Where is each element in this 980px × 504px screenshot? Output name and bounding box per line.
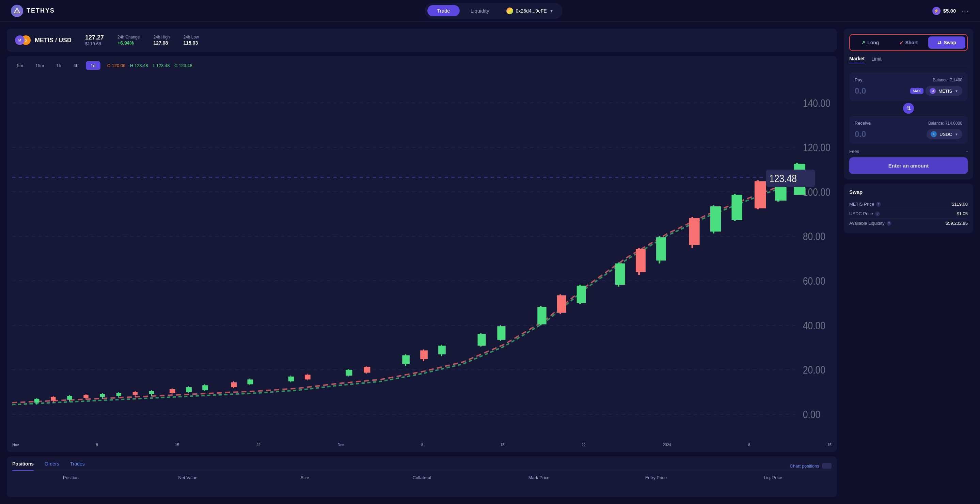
low-value: 115.03 — [183, 40, 199, 46]
svg-text:100.00: 100.00 — [803, 186, 830, 198]
x-label-8a: 8 — [96, 443, 98, 447]
time-btn-1h[interactable]: 1h — [51, 61, 66, 70]
metis-price-label-row: METIS Price ? — [849, 202, 881, 207]
col-liq-price: Liq. Price — [714, 475, 832, 480]
market-pair: M $ METIS / USD — [15, 35, 72, 46]
svg-rect-82 — [754, 181, 766, 208]
svg-rect-46 — [288, 377, 294, 382]
wallet-avatar — [506, 8, 513, 14]
info-row-metis-price: METIS Price ? $119.68 — [849, 200, 968, 209]
nav-center: Trade Liquidity 0x26d4...9eFE ▼ — [425, 3, 563, 19]
market-header: M $ METIS / USD 127.27 $119.68 24h Chang… — [7, 29, 837, 52]
svg-text:123.48: 123.48 — [769, 173, 797, 184]
svg-text:140.00: 140.00 — [803, 97, 830, 109]
pay-header: Pay Balance: 7.1400 — [855, 77, 962, 83]
pair-icon-metis: M — [15, 35, 24, 45]
pay-amount: 0.0 — [855, 86, 866, 96]
receive-balance: Balance: 714.0000 — [928, 121, 962, 126]
svg-text:60.00: 60.00 — [803, 275, 826, 287]
order-type-tabs: Market Limit — [849, 56, 968, 67]
tab-trades[interactable]: Trades — [70, 461, 85, 471]
metis-price-value: $119.68 — [952, 202, 968, 207]
chevron-down-icon: ▼ — [955, 89, 958, 93]
table-headers: Position Net Value Size Collateral Mark … — [12, 471, 832, 484]
ohlc-h: H 123.48 — [130, 63, 148, 68]
chart-positions-label: Chart positions — [790, 463, 819, 469]
tab-positions[interactable]: Positions — [12, 461, 34, 471]
time-btn-1d[interactable]: 1d — [86, 61, 100, 70]
wallet-button[interactable]: 0x26d4...9eFE ▼ — [500, 5, 560, 17]
svg-text:80.00: 80.00 — [803, 231, 826, 242]
col-mark-price: Mark Price — [480, 475, 598, 480]
pay-input-row: 0.0 MAX M METIS ▼ — [855, 86, 962, 96]
pay-token-row: MAX M METIS ▼ — [910, 86, 962, 96]
svg-rect-52 — [364, 367, 370, 372]
bottom-tabs: Positions Orders Trades Chart positions — [12, 456, 832, 471]
header-right: ⚡ $5.00 ··· — [932, 7, 969, 15]
time-btn-15m[interactable]: 15m — [31, 61, 49, 70]
svg-rect-22 — [51, 397, 56, 401]
tab-swap[interactable]: ⇄ Swap — [928, 37, 966, 49]
receive-header: Receive Balance: 714.0000 — [855, 121, 962, 126]
pay-section: Pay Balance: 7.1400 0.0 MAX M METIS ▼ — [849, 73, 968, 101]
svg-rect-50 — [345, 370, 352, 375]
logo: TETHYS — [11, 5, 55, 17]
usdc-price-label: USDC Price — [849, 211, 873, 216]
svg-rect-30 — [116, 393, 121, 396]
tab-short[interactable]: ↙ Short — [890, 37, 927, 49]
nav-trade[interactable]: Trade — [427, 5, 460, 16]
fees-label: Fees — [849, 149, 859, 154]
chart-positions-toggle-box[interactable] — [822, 463, 832, 469]
swap-arrows-icon[interactable]: ⇅ — [903, 103, 914, 114]
chevron-down-icon: ▼ — [955, 132, 958, 136]
x-label-8c: 8 — [748, 443, 750, 447]
x-label-nov: Nov — [12, 443, 19, 447]
svg-rect-70 — [615, 264, 625, 285]
svg-rect-78 — [710, 207, 721, 232]
change-value: +6.94% — [118, 40, 140, 46]
swap-info-card: Swap METIS Price ? $119.68 USDC Price ? … — [844, 184, 973, 233]
pay-token-selector[interactable]: M METIS ▼ — [926, 86, 962, 96]
stat-low: 24h Low 115.03 — [183, 35, 199, 46]
short-label: Short — [905, 40, 918, 45]
chart-positions-toggle[interactable]: Chart positions — [790, 463, 832, 469]
chart-wrapper: 140.00 120.00 100.00 80.00 60.00 40.00 2… — [12, 74, 832, 441]
col-size: Size — [246, 475, 363, 480]
svg-rect-42 — [231, 382, 237, 387]
question-icon-3: ? — [887, 221, 891, 226]
tab-long[interactable]: ↗ Long — [852, 37, 889, 49]
order-market[interactable]: Market — [849, 56, 865, 64]
enter-amount-button[interactable]: Enter an amount — [849, 157, 968, 174]
svg-rect-60 — [478, 334, 486, 346]
market-price-block: 127.27 $119.68 — [85, 34, 104, 46]
time-btn-4h[interactable]: 4h — [69, 61, 83, 70]
svg-rect-38 — [186, 387, 192, 392]
order-limit[interactable]: Limit — [871, 56, 881, 64]
receive-section: Receive Balance: 714.0000 0.0 $ USDC ▼ — [849, 116, 968, 144]
metis-icon: M — [930, 88, 936, 94]
long-label: Long — [867, 40, 879, 45]
high-label: 24h High — [153, 35, 170, 40]
swap-direction-button[interactable]: ⇅ — [849, 103, 968, 114]
market-price-sub: $119.68 — [85, 41, 104, 46]
svg-rect-26 — [83, 395, 88, 398]
x-label-15c: 15 — [827, 443, 832, 447]
svg-rect-28 — [100, 394, 105, 397]
svg-rect-40 — [202, 385, 208, 390]
pay-balance: Balance: 7.1400 — [933, 78, 962, 83]
time-btn-5m[interactable]: 5m — [12, 61, 28, 70]
swap-label: Swap — [943, 40, 956, 45]
logo-text: TETHYS — [27, 7, 55, 14]
header-price: $5.00 — [943, 8, 956, 14]
more-button[interactable]: ··· — [961, 7, 969, 14]
ohlc-o: O 120.06 — [107, 63, 126, 68]
tab-orders[interactable]: Orders — [45, 461, 59, 471]
svg-rect-68 — [577, 286, 586, 303]
svg-rect-32 — [133, 392, 138, 395]
info-row-usdc-price: USDC Price ? $1.05 — [849, 209, 968, 219]
receive-token-selector[interactable]: $ USDC ▼ — [926, 129, 962, 139]
liquidity-label-row: Available Liquidity ? — [849, 221, 891, 226]
swap-info-title: Swap — [849, 189, 968, 195]
max-button[interactable]: MAX — [910, 88, 924, 94]
nav-liquidity[interactable]: Liquidity — [461, 5, 499, 16]
